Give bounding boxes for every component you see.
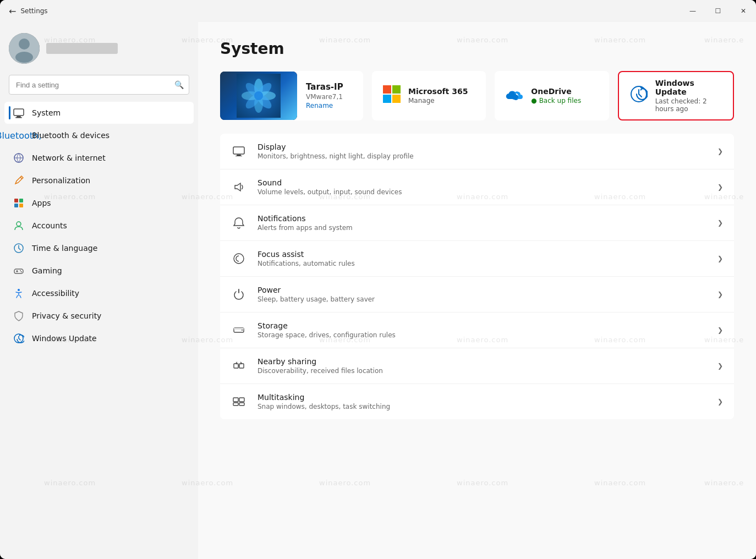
- main-content: System: [198, 22, 756, 559]
- microsoft365-card[interactable]: Microsoft 365 Manage: [372, 71, 486, 120]
- sidebar-item-personalization[interactable]: Personalization: [4, 169, 194, 191]
- sidebar-item-accounts[interactable]: Accounts: [4, 215, 194, 237]
- power-arrow: ❯: [717, 291, 723, 298]
- power-title: Power: [258, 286, 706, 294]
- settings-window: winaero.com winaero.com winaero.com wina…: [0, 0, 756, 559]
- storage-subtitle: Storage space, drives, configuration rul…: [258, 331, 706, 339]
- sidebar: 🔍 System Bluetooth; Bluetooth & devices: [0, 22, 198, 559]
- sidebar-label-accounts: Accounts: [32, 221, 67, 230]
- settings-item-display[interactable]: Display Monitors, brightness, night ligh…: [220, 134, 734, 169]
- sidebar-item-update[interactable]: Windows Update: [4, 327, 194, 349]
- nearby-arrow: ❯: [717, 362, 723, 370]
- svg-rect-38: [233, 147, 244, 154]
- settings-item-power[interactable]: Power Sleep, battery usage, battery save…: [220, 277, 734, 313]
- storage-title: Storage: [258, 321, 706, 330]
- notifications-arrow: ❯: [717, 219, 723, 227]
- maximize-button[interactable]: ☐: [705, 0, 731, 22]
- settings-section: Display Monitors, brightness, night ligh…: [220, 134, 734, 419]
- notifications-icon: [231, 215, 246, 231]
- sidebar-item-time[interactable]: Time & language: [4, 237, 194, 259]
- notifications-title: Notifications: [258, 214, 706, 223]
- power-subtitle: Sleep, battery usage, battery saver: [258, 295, 706, 303]
- microsoft365-icon: [383, 85, 401, 107]
- top-cards: Taras-IP VMware7,1 Rename: [220, 71, 734, 120]
- sidebar-label-system: System: [32, 108, 61, 117]
- display-title: Display: [258, 143, 706, 151]
- device-wallpaper: [220, 72, 297, 120]
- device-detail: VMware7,1: [306, 93, 354, 101]
- svg-rect-46: [239, 364, 244, 368]
- svg-rect-40: [235, 156, 242, 156]
- avatar: [9, 33, 40, 64]
- svg-rect-50: [239, 403, 244, 405]
- settings-item-notifications[interactable]: Notifications Alerts from apps and syste…: [220, 205, 734, 241]
- svg-marker-41: [235, 183, 240, 191]
- sidebar-item-system[interactable]: System: [4, 102, 194, 124]
- multitasking-subtitle: Snap windows, desktops, task switching: [258, 403, 706, 410]
- sidebar-item-accessibility[interactable]: Accessibility: [4, 282, 194, 304]
- device-info: Taras-IP VMware7,1 Rename: [297, 82, 363, 109]
- settings-item-storage[interactable]: Storage Storage space, drives, configura…: [220, 313, 734, 348]
- accessibility-icon: [13, 288, 24, 299]
- focus-arrow: ❯: [717, 255, 723, 262]
- system-icon: [13, 107, 24, 118]
- svg-rect-4: [17, 116, 21, 117]
- svg-rect-9: [19, 199, 23, 202]
- sidebar-item-bluetooth[interactable]: Bluetooth; Bluetooth & devices: [4, 124, 194, 146]
- accounts-icon: [13, 220, 24, 231]
- svg-rect-49: [233, 403, 238, 405]
- sidebar-label-bluetooth: Bluetooth & devices: [32, 131, 109, 140]
- sidebar-label-accessibility: Accessibility: [32, 289, 79, 298]
- device-card-container: Taras-IP VMware7,1 Rename: [220, 71, 363, 120]
- close-button[interactable]: ✕: [731, 0, 756, 22]
- sidebar-label-time: Time & language: [32, 244, 97, 253]
- nearby-title: Nearby sharing: [258, 357, 706, 366]
- svg-rect-47: [233, 398, 238, 402]
- microsoft365-sub: Manage: [408, 97, 468, 105]
- sound-subtitle: Volume levels, output, input, sound devi…: [258, 188, 706, 196]
- display-icon: [231, 144, 246, 159]
- notifications-subtitle: Alerts from apps and system: [258, 224, 706, 232]
- sound-title: Sound: [258, 178, 706, 187]
- svg-rect-3: [14, 109, 24, 116]
- settings-item-multitasking[interactable]: Multitasking Snap windows, desktops, tas…: [220, 384, 734, 419]
- nearby-subtitle: Discoverability, received files location: [258, 367, 706, 375]
- focus-icon: [231, 251, 246, 266]
- content-area: 🔍 System Bluetooth; Bluetooth & devices: [0, 22, 756, 559]
- sidebar-item-privacy[interactable]: Privacy & security: [4, 305, 194, 327]
- svg-point-1: [19, 39, 30, 50]
- power-icon: [231, 287, 246, 302]
- search-icon[interactable]: 🔍: [174, 80, 184, 89]
- bluetooth-icon: Bluetooth;: [13, 130, 24, 141]
- svg-line-15: [19, 248, 20, 250]
- network-icon: [13, 152, 24, 163]
- window-controls: — ☐ ✕: [680, 0, 756, 22]
- display-arrow: ❯: [717, 147, 723, 155]
- minimize-button[interactable]: —: [680, 0, 705, 22]
- sidebar-nav: System Bluetooth; Bluetooth & devices Ne…: [0, 101, 198, 552]
- svg-point-21: [18, 289, 20, 291]
- sidebar-item-gaming[interactable]: Gaming: [4, 260, 194, 282]
- focus-subtitle: Notifications, automatic rules: [258, 260, 706, 267]
- sound-icon: [231, 179, 246, 195]
- apps-icon: [13, 198, 24, 209]
- onedrive-title: OneDrive: [531, 87, 581, 96]
- sidebar-item-network[interactable]: Network & internet: [4, 147, 194, 169]
- svg-point-20: [21, 271, 22, 272]
- device-rename[interactable]: Rename: [306, 102, 354, 109]
- device-name: Taras-IP: [306, 82, 354, 92]
- sidebar-item-apps[interactable]: Apps: [4, 192, 194, 214]
- settings-item-nearby[interactable]: Nearby sharing Discoverability, received…: [220, 348, 734, 384]
- settings-item-focus[interactable]: Focus assist Notifications, automatic ru…: [220, 241, 734, 277]
- back-button[interactable]: ←: [9, 6, 16, 17]
- search-input[interactable]: [9, 75, 189, 95]
- windows-update-card[interactable]: Windows Update Last checked: 2 hours ago: [618, 71, 734, 120]
- user-profile: [0, 29, 198, 73]
- onedrive-card[interactable]: OneDrive ● Back up files: [495, 71, 609, 120]
- privacy-icon: [13, 310, 24, 321]
- svg-rect-35: [383, 95, 391, 103]
- svg-rect-36: [392, 95, 401, 103]
- sidebar-label-apps: Apps: [32, 199, 51, 207]
- settings-item-sound[interactable]: Sound Volume levels, output, input, soun…: [220, 169, 734, 205]
- sidebar-label-update: Windows Update: [32, 334, 97, 343]
